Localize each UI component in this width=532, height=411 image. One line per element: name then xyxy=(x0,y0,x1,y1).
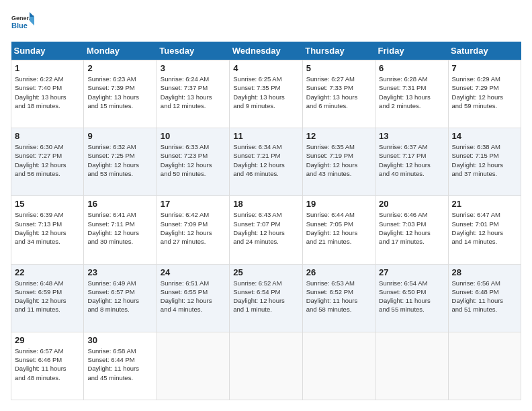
day-info: Sunrise: 6:48 AMSunset: 6:59 PMDaylight:… xyxy=(15,279,80,314)
calendar-cell: 2Sunrise: 6:23 AMSunset: 7:39 PMDaylight… xyxy=(84,60,157,128)
day-info: Sunrise: 6:42 AMSunset: 7:09 PMDaylight:… xyxy=(161,210,226,246)
day-number: 30 xyxy=(87,335,152,345)
day-number: 3 xyxy=(161,63,226,73)
day-info: Sunrise: 6:30 AMSunset: 7:27 PMDaylight:… xyxy=(15,142,80,178)
header: General Blue xyxy=(11,11,521,35)
day-info: Sunrise: 6:51 AMSunset: 6:55 PMDaylight:… xyxy=(161,279,226,314)
calendar-cell: 23Sunrise: 6:49 AMSunset: 6:57 PMDayligh… xyxy=(84,264,157,332)
calendar-cell: 27Sunrise: 6:54 AMSunset: 6:50 PMDayligh… xyxy=(375,264,448,332)
day-info: Sunrise: 6:54 AMSunset: 6:50 PMDaylight:… xyxy=(379,279,444,314)
day-info: Sunrise: 6:24 AMSunset: 7:37 PMDaylight:… xyxy=(161,75,226,110)
day-info: Sunrise: 6:29 AMSunset: 7:29 PMDaylight:… xyxy=(452,75,517,110)
day-number: 16 xyxy=(87,199,152,209)
day-info: Sunrise: 6:33 AMSunset: 7:23 PMDaylight:… xyxy=(161,142,226,178)
col-tuesday: Tuesday xyxy=(157,42,229,60)
day-info: Sunrise: 6:35 AMSunset: 7:19 PMDaylight:… xyxy=(306,142,371,178)
calendar-cell: 8Sunrise: 6:30 AMSunset: 7:27 PMDaylight… xyxy=(11,128,84,196)
day-info: Sunrise: 6:58 AMSunset: 6:44 PMDaylight:… xyxy=(87,347,152,382)
week-row-4: 22Sunrise: 6:48 AMSunset: 6:59 PMDayligh… xyxy=(11,264,521,332)
day-info: Sunrise: 6:56 AMSunset: 6:48 PMDaylight:… xyxy=(452,279,517,314)
calendar-cell xyxy=(302,332,375,400)
day-info: Sunrise: 6:41 AMSunset: 7:11 PMDaylight:… xyxy=(87,210,152,246)
calendar-cell: 4Sunrise: 6:25 AMSunset: 7:35 PMDaylight… xyxy=(230,60,302,128)
week-row-3: 15Sunrise: 6:39 AMSunset: 7:13 PMDayligh… xyxy=(11,196,521,264)
calendar-cell: 22Sunrise: 6:48 AMSunset: 6:59 PMDayligh… xyxy=(11,264,84,332)
col-thursday: Thursday xyxy=(302,42,375,60)
day-info: Sunrise: 6:22 AMSunset: 7:40 PMDaylight:… xyxy=(15,75,80,110)
calendar-cell: 5Sunrise: 6:27 AMSunset: 7:33 PMDaylight… xyxy=(302,60,375,128)
day-number: 12 xyxy=(306,131,371,141)
calendar-cell xyxy=(157,332,229,400)
day-number: 13 xyxy=(379,131,444,141)
day-info: Sunrise: 6:52 AMSunset: 6:54 PMDaylight:… xyxy=(233,279,298,314)
day-info: Sunrise: 6:38 AMSunset: 7:15 PMDaylight:… xyxy=(452,142,517,178)
col-monday: Monday xyxy=(84,42,157,60)
col-friday: Friday xyxy=(375,42,448,60)
calendar-cell: 11Sunrise: 6:34 AMSunset: 7:21 PMDayligh… xyxy=(230,128,302,196)
col-wednesday: Wednesday xyxy=(230,42,302,60)
day-info: Sunrise: 6:37 AMSunset: 7:17 PMDaylight:… xyxy=(379,142,444,178)
calendar-cell xyxy=(375,332,448,400)
calendar-header-row: Sunday Monday Tuesday Wednesday Thursday… xyxy=(11,42,521,60)
day-number: 2 xyxy=(87,63,152,73)
day-info: Sunrise: 6:39 AMSunset: 7:13 PMDaylight:… xyxy=(15,210,80,246)
day-number: 24 xyxy=(161,267,226,277)
day-number: 11 xyxy=(233,131,298,141)
day-number: 4 xyxy=(233,63,298,73)
calendar-cell: 21Sunrise: 6:47 AMSunset: 7:01 PMDayligh… xyxy=(448,196,521,264)
calendar-cell: 28Sunrise: 6:56 AMSunset: 6:48 PMDayligh… xyxy=(448,264,521,332)
day-number: 5 xyxy=(306,63,371,73)
day-number: 21 xyxy=(452,199,517,209)
calendar-cell: 24Sunrise: 6:51 AMSunset: 6:55 PMDayligh… xyxy=(157,264,229,332)
day-number: 20 xyxy=(379,199,444,209)
calendar-cell: 9Sunrise: 6:32 AMSunset: 7:25 PMDaylight… xyxy=(84,128,157,196)
day-number: 19 xyxy=(306,199,371,209)
day-number: 17 xyxy=(161,199,226,209)
page: General Blue Sunday Monday Tuesday Wedne… xyxy=(0,0,532,411)
day-info: Sunrise: 6:47 AMSunset: 7:01 PMDaylight:… xyxy=(452,210,517,246)
calendar-cell: 18Sunrise: 6:43 AMSunset: 7:07 PMDayligh… xyxy=(230,196,302,264)
day-number: 6 xyxy=(379,63,444,73)
calendar-cell: 13Sunrise: 6:37 AMSunset: 7:17 PMDayligh… xyxy=(375,128,448,196)
calendar-cell: 12Sunrise: 6:35 AMSunset: 7:19 PMDayligh… xyxy=(302,128,375,196)
day-info: Sunrise: 6:57 AMSunset: 6:46 PMDaylight:… xyxy=(15,347,80,382)
calendar-cell: 14Sunrise: 6:38 AMSunset: 7:15 PMDayligh… xyxy=(448,128,521,196)
day-number: 26 xyxy=(306,267,371,277)
calendar-cell: 30Sunrise: 6:58 AMSunset: 6:44 PMDayligh… xyxy=(84,332,157,400)
day-info: Sunrise: 6:32 AMSunset: 7:25 PMDaylight:… xyxy=(87,142,152,178)
day-number: 15 xyxy=(15,199,80,209)
calendar-cell: 6Sunrise: 6:28 AMSunset: 7:31 PMDaylight… xyxy=(375,60,448,128)
day-number: 29 xyxy=(15,335,80,345)
week-row-1: 1Sunrise: 6:22 AMSunset: 7:40 PMDaylight… xyxy=(11,60,521,128)
day-info: Sunrise: 6:44 AMSunset: 7:05 PMDaylight:… xyxy=(306,210,371,246)
calendar-cell: 29Sunrise: 6:57 AMSunset: 6:46 PMDayligh… xyxy=(11,332,84,400)
svg-text:Blue: Blue xyxy=(11,21,28,30)
calendar-cell: 26Sunrise: 6:53 AMSunset: 6:52 PMDayligh… xyxy=(302,264,375,332)
logo-icon: General Blue xyxy=(11,11,35,35)
day-number: 7 xyxy=(452,63,517,73)
week-row-2: 8Sunrise: 6:30 AMSunset: 7:27 PMDaylight… xyxy=(11,128,521,196)
calendar-cell: 1Sunrise: 6:22 AMSunset: 7:40 PMDaylight… xyxy=(11,60,84,128)
day-number: 1 xyxy=(15,63,80,73)
col-sunday: Sunday xyxy=(11,42,84,60)
day-number: 23 xyxy=(87,267,152,277)
calendar-cell: 7Sunrise: 6:29 AMSunset: 7:29 PMDaylight… xyxy=(448,60,521,128)
calendar-cell: 16Sunrise: 6:41 AMSunset: 7:11 PMDayligh… xyxy=(84,196,157,264)
calendar-cell: 19Sunrise: 6:44 AMSunset: 7:05 PMDayligh… xyxy=(302,196,375,264)
day-number: 18 xyxy=(233,199,298,209)
calendar-cell xyxy=(448,332,521,400)
day-info: Sunrise: 6:43 AMSunset: 7:07 PMDaylight:… xyxy=(233,210,298,246)
day-info: Sunrise: 6:34 AMSunset: 7:21 PMDaylight:… xyxy=(233,142,298,178)
day-info: Sunrise: 6:49 AMSunset: 6:57 PMDaylight:… xyxy=(87,279,152,314)
calendar-cell: 20Sunrise: 6:46 AMSunset: 7:03 PMDayligh… xyxy=(375,196,448,264)
col-saturday: Saturday xyxy=(448,42,521,60)
day-number: 14 xyxy=(452,131,517,141)
calendar-cell: 15Sunrise: 6:39 AMSunset: 7:13 PMDayligh… xyxy=(11,196,84,264)
day-info: Sunrise: 6:27 AMSunset: 7:33 PMDaylight:… xyxy=(306,75,371,110)
calendar-cell: 10Sunrise: 6:33 AMSunset: 7:23 PMDayligh… xyxy=(157,128,229,196)
calendar-cell: 3Sunrise: 6:24 AMSunset: 7:37 PMDaylight… xyxy=(157,60,229,128)
logo: General Blue xyxy=(11,11,35,35)
day-info: Sunrise: 6:23 AMSunset: 7:39 PMDaylight:… xyxy=(87,75,152,110)
calendar-cell xyxy=(230,332,302,400)
day-number: 10 xyxy=(161,131,226,141)
